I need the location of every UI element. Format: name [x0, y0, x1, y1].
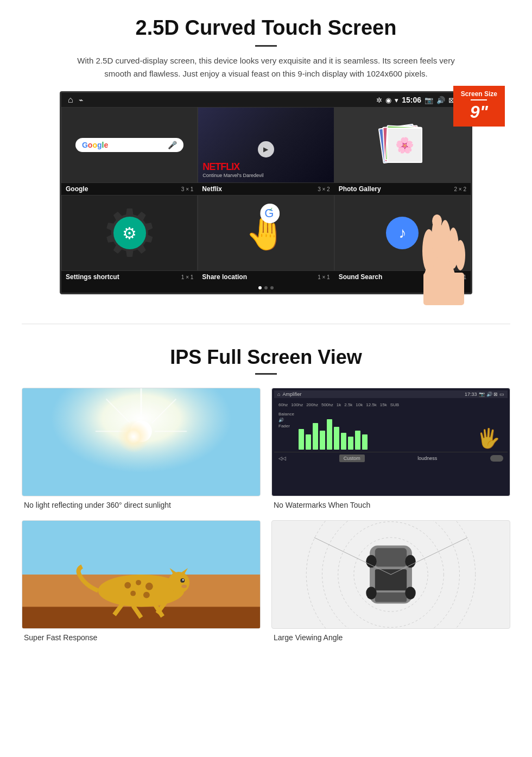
- svg-rect-46: [375, 548, 407, 566]
- google-cell[interactable]: Google 🎤: [61, 107, 198, 183]
- share-location-cell[interactable]: G ✓ 🤚: [198, 195, 334, 271]
- amp-toggle[interactable]: [490, 455, 503, 462]
- dot-2: [264, 286, 268, 289]
- hand-svg: [396, 197, 483, 305]
- page: 2.5D Curved Touch Screen With 2.5D curve…: [0, 0, 532, 658]
- google-logo: Google: [82, 141, 108, 149]
- wifi-icon: ▾: [395, 96, 398, 104]
- google-search-bar[interactable]: Google 🎤: [75, 138, 183, 152]
- cheetah-svg: [22, 521, 260, 628]
- eq-bars-container: 🖐: [299, 412, 503, 450]
- feature-sunlight: No light reflecting under 360° direct su…: [22, 388, 261, 509]
- google-label-size: 3 × 1: [181, 186, 194, 192]
- eq-bar-3: [313, 412, 318, 450]
- flower-icon: 🌸: [395, 136, 414, 154]
- status-bar: ⌂ ⌁ ✲ ◉ ▾ 15:06 📷 🔊 ⊠ ▭: [61, 93, 471, 107]
- eq-bar-4: [320, 412, 325, 450]
- svg-point-27: [130, 591, 136, 596]
- share-location-label-name: Share location: [202, 273, 247, 281]
- camera-icon: 📷: [425, 96, 433, 104]
- maps-icon: G ✓: [260, 204, 280, 228]
- amp-title: Amplifier: [282, 392, 301, 397]
- svg-rect-20: [22, 521, 260, 575]
- photo-stack: 🌸: [381, 123, 424, 167]
- svg-point-11: [432, 215, 442, 228]
- amp-side-labels: Balance 🔊 Fader: [274, 409, 508, 452]
- settings-label: Settings shortcut 1 × 1: [61, 271, 198, 283]
- netflix-play-button[interactable]: ▶: [258, 141, 274, 157]
- status-bar-right: ✲ ◉ ▾ 15:06 📷 🔊 ⊠ ▭: [376, 96, 464, 104]
- photo-gallery-cell[interactable]: 🌸: [334, 107, 471, 183]
- settings-cell-inner: ⚙ ⚙: [62, 195, 197, 270]
- feature-car-image: [271, 520, 510, 629]
- amp-freq-labels: 60hz100hz200hz500hz1k2.5k10k12.5k15kSUB: [274, 400, 508, 409]
- svg-point-49: [366, 555, 376, 567]
- google-label: Google 3 × 1: [61, 183, 198, 195]
- dot-3: [270, 286, 274, 289]
- section1-title: 2.5D Curved Touch Screen: [33, 16, 499, 40]
- netflix-logo: NETFLIX: [202, 161, 239, 173]
- eq-bar-10: [362, 412, 368, 450]
- amp-home-icon: ⌂: [277, 392, 280, 397]
- eq-bar-5: [327, 412, 332, 450]
- gallery-cell-inner: 🌸: [335, 108, 470, 182]
- netflix-label: Netflix 3 × 2: [198, 183, 334, 195]
- badge-line: [471, 99, 487, 100]
- home-icon: ⌂: [68, 95, 73, 105]
- google-mic-icon: 🎤: [168, 141, 177, 149]
- google-label-name: Google: [66, 185, 88, 193]
- eq-bar-8: [348, 412, 353, 450]
- sound-search-label-name: Sound Search: [339, 273, 383, 281]
- section1-description: With 2.5D curved-display screen, this de…: [76, 54, 456, 80]
- feature-viewing: Large Viewing Angle: [271, 520, 510, 642]
- svg-point-51: [366, 586, 376, 599]
- feature-viewing-caption: Large Viewing Angle: [271, 633, 510, 642]
- feature-fast: Super Fast Response: [22, 520, 261, 642]
- settings-cell[interactable]: ⚙ ⚙: [61, 195, 198, 271]
- netflix-overlay: NETFLIX Continue Marvel's Daredevil: [198, 157, 333, 182]
- svg-point-24: [124, 582, 131, 589]
- netflix-cell[interactable]: ▶ NETFLIX Continue Marvel's Daredevil: [198, 107, 334, 183]
- dot-1: [258, 286, 262, 289]
- car-svg: [272, 521, 510, 628]
- svg-point-26: [145, 583, 153, 590]
- app-grid-top: Google 🎤 ▶: [61, 107, 471, 183]
- feature-sunlight-image: [22, 388, 261, 496]
- feature-watermark: ⌂ Amplifier 17:33 📷 🔊 ⊠ ▭ 60hz100hz200hz…: [271, 388, 510, 509]
- badge-size: 9": [461, 102, 497, 122]
- svg-point-25: [136, 580, 141, 585]
- svg-point-50: [405, 555, 415, 567]
- eq-bar-1: [299, 412, 304, 450]
- settings-gear-icon: ⚙: [113, 217, 146, 249]
- eq-bar-2: [306, 412, 311, 450]
- volume-icon: 🔊: [436, 96, 445, 104]
- device-wrapper: Screen Size 9" ⌂ ⌁ ✲ ◉ ▾ 15:06 📷 🔊: [60, 91, 472, 294]
- amp-icons: 📷 🔊 ⊠ ▭: [479, 392, 504, 397]
- title-divider: [255, 45, 277, 47]
- netflix-subtitle: Continue Marvel's Daredevil: [202, 173, 263, 178]
- google-cell-inner: Google 🎤: [62, 108, 197, 182]
- netflix-label-name: Netflix: [202, 185, 222, 193]
- screen-size-badge: Screen Size 9": [453, 86, 505, 127]
- svg-rect-47: [375, 569, 407, 590]
- amp-nav: ◁◁: [278, 456, 286, 461]
- bluetooth-icon: ✲: [376, 96, 382, 104]
- svg-point-8: [455, 240, 465, 270]
- svg-rect-48: [375, 592, 407, 602]
- amp-status-bar: ⌂ Amplifier 17:33 📷 🔊 ⊠ ▭: [274, 390, 508, 398]
- share-location-label: Share location 1 × 1: [198, 271, 334, 283]
- feature-grid: No light reflecting under 360° direct su…: [22, 388, 510, 642]
- svg-text:✓: ✓: [269, 206, 273, 212]
- section2-title: IPS Full Screen View: [22, 346, 510, 369]
- usb-icon: ⌁: [79, 96, 83, 104]
- section2-divider: [255, 373, 277, 375]
- feature-watermark-caption: No Watermarks When Touch: [271, 501, 510, 509]
- share-cell-inner: G ✓ 🤚: [198, 195, 333, 270]
- section-separator: [22, 324, 510, 324]
- svg-point-52: [405, 586, 415, 599]
- gallery-label-name: Photo Gallery: [339, 185, 381, 193]
- svg-point-28: [143, 592, 150, 598]
- hand-touch-illustration: [391, 186, 489, 305]
- eq-bar-9: [355, 412, 360, 450]
- feature-cheetah-image: [22, 520, 261, 629]
